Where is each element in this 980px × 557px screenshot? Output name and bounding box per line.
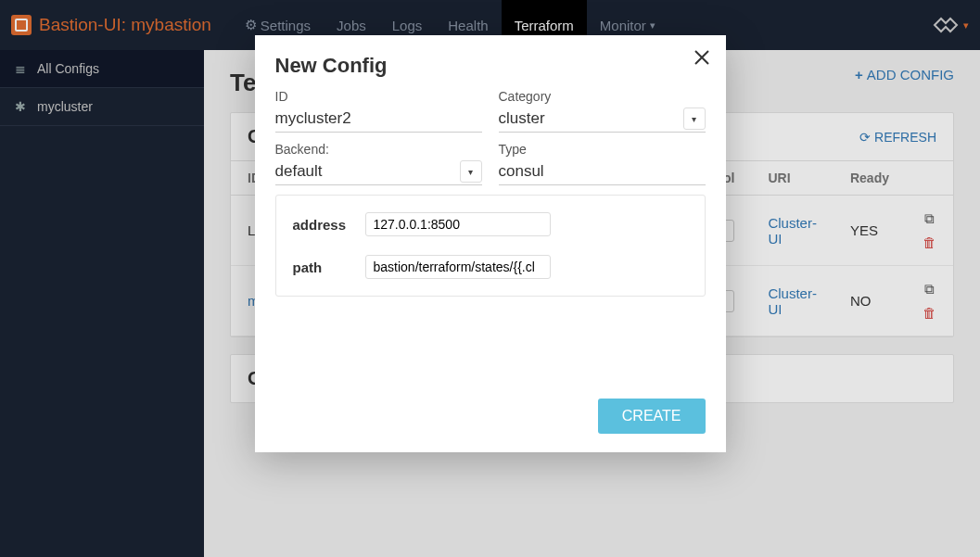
caret-down-icon: ▾ — [692, 114, 696, 124]
new-config-modal: New Config ID Category ▾ Backend: ▾ Type… — [255, 35, 726, 452]
backend-label: Backend: — [275, 142, 482, 157]
id-input[interactable] — [275, 106, 482, 133]
close-button[interactable] — [693, 48, 711, 70]
path-key: path — [293, 260, 365, 275]
caret-down-icon: ▾ — [468, 167, 473, 177]
address-key: address — [293, 217, 365, 233]
type-label: Type — [499, 142, 706, 157]
category-label: Category — [499, 89, 706, 104]
modal-title: New Config — [275, 54, 706, 78]
category-select[interactable] — [499, 106, 706, 133]
backend-caret[interactable]: ▾ — [460, 160, 482, 183]
type-input[interactable] — [499, 158, 706, 185]
address-input[interactable] — [365, 212, 551, 236]
backend-select[interactable] — [275, 158, 482, 185]
create-button[interactable]: CREATE — [598, 399, 706, 434]
category-caret[interactable]: ▾ — [683, 108, 706, 130]
close-icon — [693, 48, 711, 67]
id-label: ID — [275, 89, 482, 104]
backend-kv-panel: address path — [275, 195, 706, 297]
path-input[interactable] — [365, 255, 551, 279]
